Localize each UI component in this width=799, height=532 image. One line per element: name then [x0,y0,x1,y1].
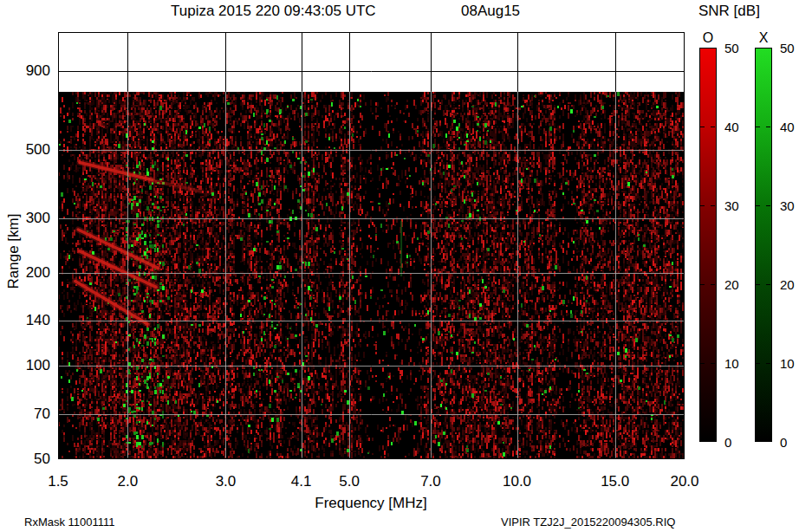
ionogram-view: { "header": { "title": "Tupiza 2015 220 … [0,0,799,532]
o-channel-label: O [699,30,717,46]
x-tick-label: 1.5 [48,473,68,490]
colorbar-tick-dash [711,127,715,127]
colorbar-tick-dash [711,284,715,285]
ionogram-canvas [58,32,685,459]
colorbar-tick-dash [766,363,770,364]
rx-mask-label: RxMask 11001111 [24,516,115,529]
x-axis-label: Frequency [MHz] [315,495,426,512]
x-channel-colorbar [755,48,772,442]
y-axis-label: Range [km] [5,214,23,289]
colorbar-tick-label: 40 [780,120,795,134]
colorbar-tick-dash [766,205,770,206]
y-tick-label: 50 [5,451,50,468]
colorbar-tick-dash [756,363,760,364]
o-channel-colorbar [699,48,717,442]
plot-date-label: 08Aug15 [461,3,520,20]
colorbar-tick-dash [711,205,715,206]
plot-title: Tupiza 2015 220 09:43:05 UTC [171,3,376,20]
y-tick-label: 140 [5,312,50,329]
colorbar-tick-dash [766,284,770,285]
source-file-label: VIPIR TZJ2J_2015220094305.RIQ [501,516,675,529]
colorbar-tick-dash [700,205,705,206]
colorbar-tick-dash [756,205,760,206]
x-tick-label: 3.0 [216,473,237,490]
colorbar-tick-dash [700,363,705,364]
colorbar-tick-dash [756,127,760,127]
colorbar-tick-label: 30 [724,198,739,213]
x-channel-label: X [755,30,772,46]
x-tick-label: 2.0 [117,473,138,490]
colorbar-tick-label: 40 [724,120,739,134]
x-tick-label: 20.0 [670,473,698,490]
colorbar-tick-label: 50 [780,41,795,55]
x-tick-label: 10.0 [503,473,531,490]
x-tick-label: 15.0 [601,473,629,490]
snr-legend-title: SNR [dB] [698,3,760,20]
colorbar-tick-label: 50 [724,41,739,55]
y-tick-label: 500 [5,141,50,159]
colorbar-tick-label: 10 [724,356,739,371]
colorbar-tick-dash [766,127,770,127]
colorbar-tick-dash [756,284,760,285]
y-tick-label: 70 [5,405,50,423]
y-tick-label: 900 [5,62,50,80]
y-tick-label: 100 [5,357,50,374]
snr-colorbar-group-x: X 50403020100 [755,30,772,446]
colorbar-tick-label: 20 [780,277,795,292]
snr-colorbar-group-o: O 50403020100 [699,30,717,446]
colorbar-tick-label: 30 [780,198,795,213]
x-tick-label: 4.1 [291,473,312,490]
colorbar-tick-label: 20 [724,277,739,292]
colorbar-tick-dash [711,363,715,364]
colorbar-tick-label: 10 [780,356,795,371]
colorbar-tick-label: 0 [780,435,787,450]
colorbar-tick-dash [700,127,705,127]
colorbar-tick-dash [700,284,705,285]
x-tick-label: 7.0 [420,473,441,490]
x-tick-label: 5.0 [339,473,360,490]
colorbar-tick-label: 0 [724,435,731,450]
